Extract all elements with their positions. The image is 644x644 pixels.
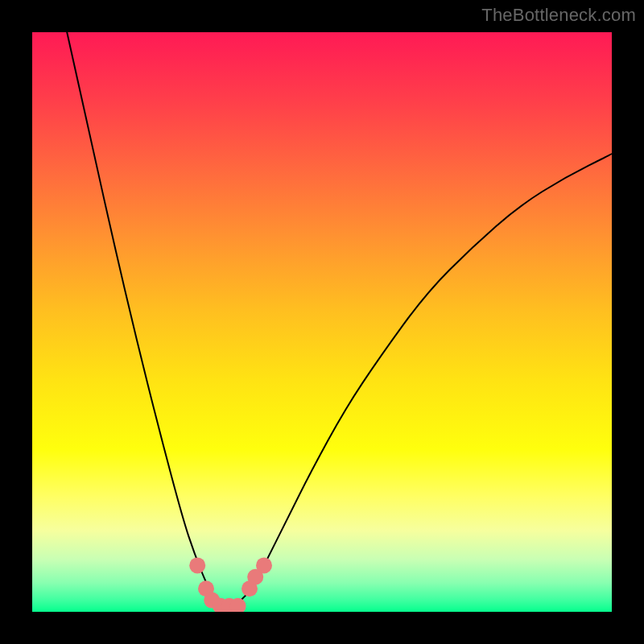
highlight-dot <box>189 557 205 573</box>
bottleneck-curve <box>67 32 612 606</box>
chart-frame: TheBottleneck.com <box>0 0 644 644</box>
marker-layer <box>189 557 272 612</box>
highlight-dot <box>256 557 272 573</box>
plot-area <box>32 32 612 612</box>
curve-overlay <box>32 32 612 612</box>
watermark-text: TheBottleneck.com <box>481 5 636 26</box>
